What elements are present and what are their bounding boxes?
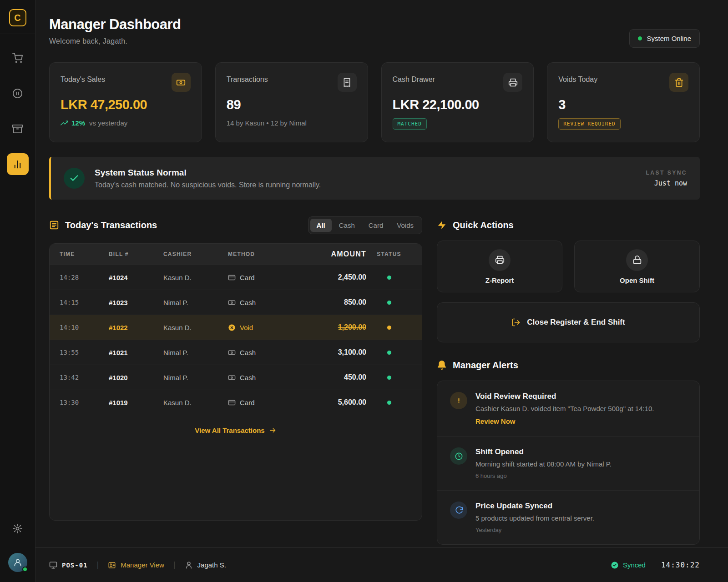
sidebar-item-inventory[interactable]	[7, 118, 29, 140]
cash-icon	[228, 349, 236, 356]
transactions-table: TIME BILL # CASHIER METHOD AMOUNT STATUS…	[49, 243, 422, 521]
row-amount: 2,450.00	[313, 273, 366, 281]
sidebar-item-shift[interactable]	[7, 82, 29, 104]
sidebar-item-reports[interactable]	[7, 153, 29, 175]
bar-chart-icon	[12, 159, 23, 170]
row-cashier: Kasun D.	[163, 399, 228, 406]
alerts-card: Void Review Required Cashier Kasun D. vo…	[437, 381, 700, 545]
col-time: TIME	[60, 251, 109, 257]
open-shift-button[interactable]: Open Shift	[574, 241, 700, 292]
trend-note: vs yesterday	[89, 119, 127, 127]
sidebar-item-pos[interactable]	[7, 47, 29, 69]
online-dot-icon	[638, 36, 642, 40]
id-badge-icon	[108, 561, 116, 569]
z-report-button[interactable]: Z-Report	[437, 241, 562, 292]
alert-message: 5 products updated from central server.	[475, 513, 594, 523]
table-row[interactable]: 13:42 #1020 Nimal P. Cash 450.00	[50, 365, 422, 390]
table-row[interactable]: 14:28 #1024 Kasun D. Card 2,450.00	[50, 265, 422, 290]
row-method: Cash	[228, 349, 313, 356]
system-status-banner: System Status Normal Today's cash matche…	[49, 157, 700, 200]
refresh-icon	[450, 502, 467, 519]
alert-title: Price Update Synced	[475, 502, 594, 511]
transactions-section: Today's Transactions All Cash Card Voids…	[49, 216, 422, 545]
archive-icon	[12, 124, 23, 134]
page-subtitle: Welcome back, Jagath.	[49, 37, 181, 45]
col-method: METHOD	[228, 251, 313, 257]
arrow-right-icon	[269, 426, 277, 434]
x-circle-icon	[228, 324, 236, 331]
row-amount: 450.00	[313, 373, 366, 381]
filter-voids[interactable]: Voids	[390, 219, 420, 232]
stat-card-cash-drawer: Cash Drawer LKR 22,100.00 MATCHED	[381, 62, 534, 142]
stat-value: LKR 47,250.00	[61, 97, 191, 112]
row-bill: #1021	[109, 349, 163, 356]
bell-icon	[437, 360, 447, 370]
status-dot-icon	[387, 351, 391, 355]
close-register-button[interactable]: Close Register & End Shift	[437, 302, 700, 342]
row-amount: 3,100.00	[313, 348, 366, 356]
quick-actions-title: Quick Actions	[453, 220, 514, 231]
footer-divider: |	[97, 560, 99, 570]
row-cashier: Nimal P.	[163, 349, 228, 356]
status-bar: POS-01 | Manager View | Jagath S. Synced	[35, 547, 728, 582]
table-row[interactable]: 14:15 #1023 Nimal P. Cash 850.00	[50, 290, 422, 315]
col-amount: AMOUNT	[313, 250, 366, 258]
status-dot-icon	[387, 376, 391, 380]
status-dot-icon	[387, 301, 391, 305]
row-bill: #1023	[109, 299, 163, 306]
z-report-label: Z-Report	[485, 276, 514, 284]
user-avatar[interactable]	[8, 553, 27, 572]
trend-value: 12%	[71, 119, 85, 127]
row-time: 14:28	[60, 274, 109, 281]
status-dot-icon	[387, 276, 391, 280]
transaction-filters: All Cash Card Voids	[308, 216, 422, 234]
manager-alerts-title: Manager Alerts	[453, 360, 518, 371]
alert-shift-opened: Shift Opened Morning shift started at 08…	[437, 436, 699, 490]
list-icon	[49, 220, 59, 230]
row-method: Cash	[228, 299, 313, 306]
warning-icon	[450, 392, 467, 409]
table-row-void[interactable]: 14:10 #1022 Kasun D. Void 1,200.00	[50, 315, 422, 340]
stat-card-voids: Voids Today 3 REVIEW REQUIRED	[547, 62, 700, 142]
review-now-link[interactable]: Review Now	[475, 417, 654, 425]
status-dot-icon	[387, 401, 391, 405]
last-sync-label: LAST SYNC	[646, 170, 687, 176]
row-bill: #1022	[109, 324, 163, 331]
pause-circle-icon	[12, 88, 23, 99]
row-method: Card	[228, 274, 313, 281]
printer-icon	[489, 249, 511, 271]
sidebar-divider	[0, 34, 35, 34]
row-amount: 1,200.00	[313, 323, 366, 331]
main-area: Manager Dashboard Welcome back, Jagath. …	[35, 0, 728, 582]
stat-value: 89	[227, 97, 357, 112]
row-amount: 850.00	[313, 298, 366, 306]
view-all-transactions-link[interactable]: View All Transactions	[50, 426, 422, 434]
filter-cash[interactable]: Cash	[333, 219, 361, 232]
table-row[interactable]: 13:55 #1021 Nimal P. Cash 3,100.00	[50, 340, 422, 365]
logout-icon	[511, 318, 521, 327]
banner-title: System Status Normal	[95, 168, 646, 178]
check-circle-icon	[64, 168, 85, 189]
row-bill: #1019	[109, 399, 163, 406]
trend-up-icon	[61, 119, 68, 127]
last-sync-value: Just now	[646, 179, 687, 187]
stat-value: 3	[558, 97, 688, 112]
card-icon	[228, 399, 236, 406]
alert-title: Shift Opened	[475, 447, 612, 457]
row-time: 14:10	[60, 324, 109, 331]
row-time: 13:42	[60, 374, 109, 381]
sync-status: Synced	[611, 561, 646, 569]
sidebar-item-settings[interactable]	[7, 517, 29, 539]
current-user: Jagath S.	[185, 561, 226, 569]
filter-card[interactable]: Card	[362, 219, 390, 232]
trash-icon	[669, 73, 688, 92]
online-indicator	[22, 567, 28, 572]
table-row[interactable]: 13:30 #1019 Kasun D. Card 5,600.00	[50, 390, 422, 415]
filter-all[interactable]: All	[310, 219, 332, 232]
lock-icon	[626, 249, 648, 271]
row-method: Cash	[228, 374, 313, 381]
stat-label: Voids Today	[558, 73, 597, 84]
alert-title: Void Review Required	[475, 392, 654, 401]
row-cashier: Kasun D.	[163, 274, 228, 281]
stat-label: Today's Sales	[61, 73, 105, 84]
